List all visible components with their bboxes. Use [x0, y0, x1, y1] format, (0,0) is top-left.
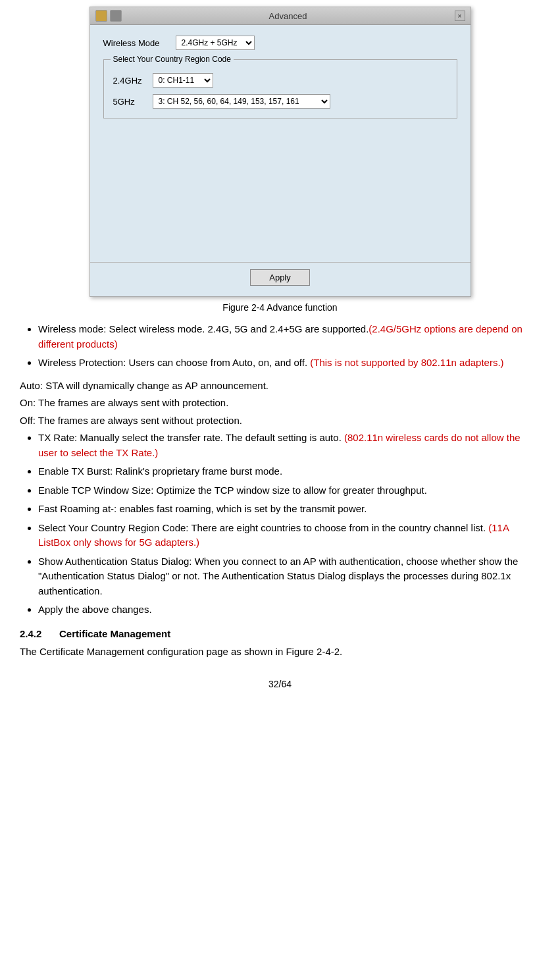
dialog-icons: [95, 10, 122, 22]
apply-button[interactable]: Apply: [250, 269, 310, 286]
bullet-list-2: TX Rate: Manually select the transfer ra…: [38, 431, 540, 618]
country-region-legend: Select Your Country Region Code: [111, 55, 234, 64]
section-title: Certificate Management: [59, 628, 170, 639]
dialog-titlebar: Advanced ×: [90, 7, 471, 25]
band-5-label: 5GHz: [113, 97, 153, 107]
list-item-auth-status: Show Authentication Status Dialog: When …: [38, 554, 540, 599]
band-24-select[interactable]: 0: CH1-11 1: CH1-13 2: CH10-11: [153, 73, 213, 88]
wireless-mode-select[interactable]: 2.4GHz + 5GHz 2.4GHz 5GHz: [176, 36, 255, 50]
final-paragraph: The Certificate Management configuration…: [20, 645, 540, 660]
page-number: 32/64: [20, 679, 540, 689]
bullet-list-1: Wireless mode: Select wireless mode. 2.4…: [38, 322, 540, 371]
bullet-text-normal: TX Rate: Manually select the transfer ra…: [38, 432, 344, 443]
bullet-section-1: Wireless mode: Select wireless mode. 2.4…: [20, 322, 540, 371]
bullet-text-normal: Wireless mode: Select wireless mode. 2.4…: [38, 323, 369, 334]
bullet-section-2: TX Rate: Manually select the transfer ra…: [20, 431, 540, 618]
band-5-select[interactable]: 3: CH 52, 56, 60, 64, 149, 153, 157, 161: [153, 94, 330, 109]
list-item-fast-roaming: Fast Roaming at-: enables fast roaming, …: [38, 502, 540, 517]
band-5-row: 5GHz 3: CH 52, 56, 60, 64, 149, 153, 157…: [113, 94, 447, 109]
advanced-dialog: Advanced × Wireless Mode 2.4GHz + 5GHz 2…: [89, 7, 471, 297]
bullet-text-normal: Show Authentication Status Dialog: When …: [38, 556, 518, 596]
section-number: 2.4.2: [20, 628, 59, 639]
dialog-content: Wireless Mode 2.4GHz + 5GHz 2.4GHz 5GHz …: [90, 25, 471, 262]
list-item-tcp-window: Enable TCP Window Size: Optimize the TCP…: [38, 483, 540, 498]
dialog-footer: Apply: [90, 262, 471, 296]
figure-caption: Figure 2-4 Advance function: [20, 302, 540, 313]
bullet-text-normal: Fast Roaming at-: enables fast roaming, …: [38, 503, 367, 514]
wireless-mode-row: Wireless Mode 2.4GHz + 5GHz 2.4GHz 5GHz: [103, 36, 457, 50]
bullet-text-normal: Select Your Country Region Code: There a…: [38, 522, 488, 533]
plain-line-off: Off: The frames are always sent without …: [20, 413, 540, 429]
dialog-close-button[interactable]: ×: [455, 11, 465, 21]
icon-star: [95, 10, 107, 22]
country-region-box: Select Your Country Region Code 2.4GHz 0…: [103, 59, 457, 119]
band-24-label: 2.4GHz: [113, 76, 153, 86]
list-item-country-region: Select Your Country Region Code: There a…: [38, 521, 540, 550]
bullet-text-red: (This is not supported by 802.11n adapte…: [310, 357, 503, 368]
list-item-tx-burst: Enable TX Burst: Ralink's proprietary fr…: [38, 464, 540, 479]
bullet-text-normal: Enable TX Burst: Ralink's proprietary fr…: [38, 465, 282, 477]
plain-line-on: On: The frames are always sent with prot…: [20, 396, 540, 411]
dialog-title: Advanced: [122, 11, 455, 21]
dialog-screenshot: Advanced × Wireless Mode 2.4GHz + 5GHz 2…: [20, 7, 540, 297]
list-item-apply: Apply the above changes.: [38, 602, 540, 618]
list-item-tx-rate: TX Rate: Manually select the transfer ra…: [38, 431, 540, 460]
list-item-wireless-mode: Wireless mode: Select wireless mode. 2.4…: [38, 322, 540, 352]
band-24-row: 2.4GHz 0: CH1-11 1: CH1-13 2: CH10-11: [113, 73, 447, 88]
wireless-mode-label: Wireless Mode: [103, 38, 169, 48]
bullet-text-normal: Enable TCP Window Size: Optimize the TCP…: [38, 485, 427, 496]
icon-cert: [110, 10, 122, 22]
section-heading: 2.4.2 Certificate Management: [20, 628, 540, 639]
bullet-text-normal: Wireless Protection: Users can choose fr…: [38, 357, 310, 368]
plain-line-auto: Auto: STA will dynamically change as AP …: [20, 379, 540, 394]
bullet-text-normal: Apply the above changes.: [38, 604, 152, 615]
list-item-wireless-protection: Wireless Protection: Users can choose fr…: [38, 356, 540, 371]
